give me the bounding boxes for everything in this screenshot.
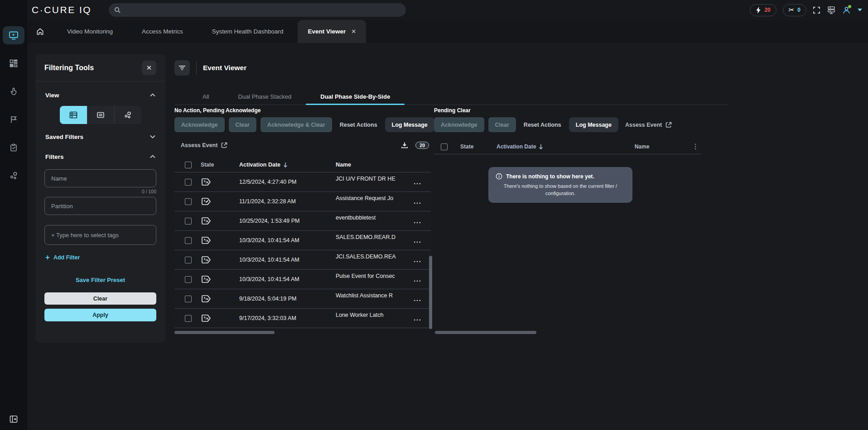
column-options-icon[interactable] — [694, 143, 701, 150]
log-message-button[interactable]: Log Message — [385, 117, 434, 132]
sort-descending-icon — [283, 162, 288, 167]
row-activation-date: 10/3/2024, 10:41:54 AM — [239, 237, 336, 244]
row-checkbox[interactable] — [185, 315, 192, 322]
app-logo: C·CURE IQ — [32, 0, 92, 20]
row-menu-button[interactable]: ... — [407, 198, 428, 205]
search-input[interactable] — [125, 7, 396, 14]
row-menu-button[interactable]: ... — [407, 315, 428, 322]
row-checkbox[interactable] — [185, 198, 192, 205]
sidebar-expand-button[interactable] — [0, 415, 27, 424]
svg-text:!x: !x — [206, 258, 209, 262]
nav-tab-system-health[interactable]: System Health Dashboard — [198, 20, 298, 43]
reset-actions-button[interactable]: Reset Actions — [520, 117, 565, 132]
filter-tags-input[interactable] — [44, 225, 156, 245]
horizontal-scrollbar-right[interactable] — [435, 331, 536, 334]
add-filter-button[interactable]: + Add Filter — [45, 253, 165, 262]
tab-dual-phase-stacked[interactable]: Dual Phase Stacked — [223, 88, 306, 105]
table-row[interactable]: !x 10/3/2024, 10:41:54 AM JCI.SALES.DEMO… — [174, 250, 431, 270]
clear-button[interactable]: Clear — [229, 117, 256, 132]
view-graph-button[interactable] — [114, 106, 141, 124]
close-tab-icon[interactable]: ✕ — [351, 28, 356, 35]
row-menu-button[interactable]: ... — [407, 237, 428, 244]
nav-tab-event-viewer[interactable]: Event Viewer ✕ — [298, 20, 366, 43]
select-all-checkbox[interactable] — [185, 162, 192, 168]
acknowledge-and-clear-button[interactable]: Acknowledge & Clear — [260, 117, 332, 132]
acknowledge-button[interactable]: Acknowledge — [174, 117, 225, 132]
assess-event-button[interactable]: Assess Event — [181, 142, 227, 148]
saved-filters-label: Saved Filters — [45, 134, 83, 140]
server-status-button[interactable] — [827, 5, 836, 14]
save-filter-preset-link[interactable]: Save Filter Preset — [35, 277, 165, 283]
select-all-checkbox[interactable] — [441, 143, 448, 150]
filter-partition-input[interactable] — [44, 197, 156, 215]
sidebar-item-video-monitoring[interactable] — [3, 26, 24, 44]
user-account-button[interactable] — [842, 6, 851, 14]
row-checkbox[interactable] — [185, 237, 192, 244]
table-row[interactable]: !x 10/3/2024, 10:41:54 AM SALES.DEMO.REA… — [174, 231, 431, 250]
filtering-tools-panel: Filtering Tools ✕ View — [35, 54, 165, 343]
row-name: JCI.SALES.DEMO.REA — [336, 250, 407, 260]
table-row[interactable]: !x 9/17/2024, 3:32:03 AM Lone Worker Lat… — [174, 309, 431, 328]
reset-actions-button[interactable]: Reset Actions — [336, 117, 381, 132]
sidebar-item-dashboard[interactable] — [0, 54, 27, 72]
log-message-button[interactable]: Log Message — [569, 117, 618, 132]
account-menu-chevron[interactable] — [857, 8, 863, 12]
filter-name-input[interactable] — [44, 169, 156, 187]
sidebar-item-flag[interactable] — [0, 110, 27, 129]
row-menu-button[interactable]: ... — [407, 178, 428, 186]
sidebar-item-groups[interactable] — [0, 167, 27, 185]
table-row[interactable]: !x 10/25/2024, 1:53:49 PM eventbubbletes… — [174, 211, 431, 231]
tab-dual-phase-side-by-side[interactable]: Dual Phase Side-By-Side — [306, 88, 405, 105]
tab-all[interactable]: All — [188, 88, 223, 105]
filters-section-toggle[interactable]: Filters — [35, 147, 165, 167]
horizontal-scrollbar-left[interactable] — [174, 331, 275, 334]
alerts-button[interactable]: 20 — [750, 4, 776, 16]
nav-tab-video-monitoring[interactable]: Video Monitoring — [53, 20, 127, 43]
saved-filters-section-toggle[interactable]: Saved Filters — [35, 127, 165, 147]
sidebar-item-tasks[interactable] — [0, 139, 27, 157]
view-card-button[interactable] — [87, 106, 114, 124]
row-checkbox[interactable] — [185, 179, 192, 186]
view-section-toggle[interactable]: View — [35, 85, 165, 105]
table-view-icon — [69, 110, 78, 119]
row-activation-date: 12/5/2024, 4:27:40 PM — [239, 179, 336, 185]
column-activation-date[interactable]: Activation Date — [239, 162, 336, 168]
sidebar-item-access[interactable] — [0, 82, 27, 100]
row-menu-button[interactable]: ... — [407, 295, 428, 302]
clear-button[interactable]: Clear — [488, 117, 516, 132]
row-checkbox[interactable] — [185, 296, 192, 302]
svg-text:!x: !x — [206, 219, 209, 223]
row-menu-button[interactable]: ... — [407, 276, 428, 283]
apply-filters-button[interactable]: Apply — [44, 309, 156, 321]
download-button[interactable] — [401, 142, 408, 149]
toggle-filter-panel-button[interactable] — [174, 60, 190, 76]
row-checkbox[interactable] — [185, 257, 192, 263]
acknowledge-button[interactable]: Acknowledge — [434, 117, 484, 132]
vertical-scrollbar-left[interactable] — [429, 256, 432, 329]
monitor-play-icon — [8, 30, 19, 41]
table-row[interactable]: !x 12/5/2024, 4:27:40 PM JCI U/V FRONT D… — [174, 172, 431, 192]
nav-tab-access-metrics[interactable]: Access Metrics — [127, 20, 198, 43]
filter-lines-icon — [178, 65, 186, 71]
close-filter-panel-button[interactable]: ✕ — [142, 61, 156, 75]
clips-button[interactable]: ✂ 0 — [783, 4, 806, 16]
clear-filters-button[interactable]: Clear — [44, 292, 156, 305]
row-menu-button[interactable]: ... — [407, 256, 428, 263]
expand-panel-icon — [9, 415, 18, 424]
table-row[interactable]: !x 10/3/2024, 10:41:54 AM Pulse Event fo… — [174, 270, 431, 289]
table-row[interactable]: !x 9/18/2024, 5:04:19 PM Watchlist Assis… — [174, 289, 431, 309]
home-tab[interactable] — [27, 28, 53, 35]
row-menu-button[interactable]: ... — [407, 217, 428, 225]
row-checkbox[interactable] — [185, 276, 192, 283]
event-rows: !x 12/5/2024, 4:27:40 PM JCI U/V FRONT D… — [174, 172, 431, 328]
fullscreen-button[interactable] — [813, 6, 820, 14]
view-table-button[interactable] — [60, 106, 87, 124]
row-checkbox[interactable] — [185, 218, 192, 225]
table-row[interactable]: 11/1/2024, 2:32:28 AM Assistance Request… — [174, 192, 431, 211]
column-activation-date[interactable]: Activation Date — [497, 143, 589, 150]
home-icon — [36, 28, 44, 35]
row-activation-date: 10/25/2024, 1:53:49 PM — [239, 218, 336, 224]
svg-text:!x: !x — [206, 180, 209, 184]
global-search[interactable] — [109, 3, 406, 17]
assess-event-button[interactable]: Assess Event — [625, 122, 672, 128]
